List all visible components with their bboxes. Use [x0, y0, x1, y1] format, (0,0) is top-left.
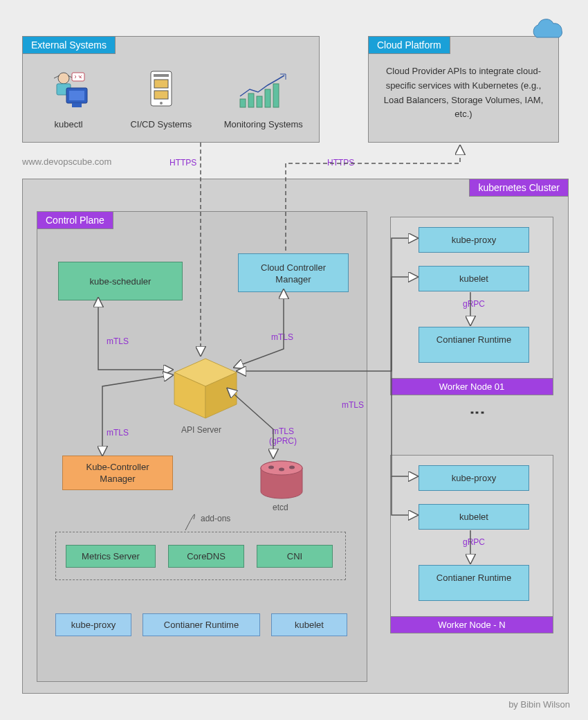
author-credit: by Bibin Wilson — [508, 699, 570, 710]
ccm-box: Cloud Controller Manager — [238, 253, 349, 292]
addons-label: add-ons — [201, 514, 230, 523]
developer-icon — [39, 69, 98, 113]
cp-kubelet: kubelet — [271, 613, 347, 636]
monitoring-icon — [236, 69, 291, 113]
addon-coredns: CoreDNS — [168, 545, 244, 568]
cicd-icon — [144, 69, 178, 113]
cicd-item: CI/CD Systems — [130, 69, 192, 129]
worker-n: kube-proxy kubelet gRPC Contianer Runtim… — [390, 455, 553, 633]
wn-title: Worker Node - N — [390, 616, 553, 633]
https-label-2: HTTPS — [327, 158, 354, 168]
mtls-3: mTLS — [107, 428, 129, 438]
svg-point-23 — [289, 466, 295, 469]
svg-rect-5 — [72, 103, 82, 107]
cloud-desc: Cloud Provider APIs to integrate cloud-s… — [380, 64, 547, 122]
svg-rect-4 — [69, 91, 84, 100]
monitoring-label: Monitoring Systems — [224, 119, 303, 129]
mtls-2: mTLS — [271, 332, 293, 342]
cluster-panel: kubernetes Cluster Control Plane kube-sc… — [22, 179, 569, 694]
w1-kubelet: kubelet — [419, 266, 529, 291]
cloud-platform-panel: Cloud Platform Cloud Provider APIs to in… — [368, 36, 559, 143]
wn-runtime: Contianer Runtime — [419, 565, 529, 601]
api-server-icon — [167, 354, 244, 424]
site-credit: www.devopscube.com — [22, 156, 111, 167]
scheduler-box: kube-scheduler — [58, 262, 183, 300]
w1-title: Worker Node 01 — [390, 378, 553, 395]
etcd-icon — [257, 460, 306, 501]
cicd-label: CI/CD Systems — [130, 119, 192, 129]
w1-runtime: Contianer Runtime — [419, 327, 529, 363]
w1-grpc: gRPC — [463, 299, 485, 309]
wn-kubelet: kubelet — [419, 504, 529, 530]
mtls-4: mTLS — [342, 400, 364, 410]
svg-rect-7 — [154, 74, 169, 77]
external-systems-panel: External Systems kubectl — [22, 36, 320, 143]
control-plane-title: Control Plane — [37, 211, 113, 229]
cluster-title: kubernetes Cluster — [469, 179, 569, 197]
etcd-label: etcd — [273, 503, 288, 512]
svg-point-21 — [268, 466, 274, 469]
cloud-icon — [526, 18, 567, 46]
cp-proxy: kube-proxy — [55, 613, 131, 636]
https-label-1: HTTPS — [169, 158, 196, 168]
svg-rect-11 — [240, 99, 246, 107]
kubectl-label: kubectl — [39, 119, 98, 129]
kubectl-item: kubectl — [39, 69, 98, 129]
cloud-title: Cloud Platform — [368, 36, 450, 54]
api-server-label: API Server — [181, 425, 221, 435]
wn-proxy: kube-proxy — [419, 465, 529, 491]
svg-rect-9 — [154, 91, 168, 99]
addon-metrics: Metrics Server — [66, 545, 156, 568]
worker-1: kube-proxy kubelet gRPC Contianer Runtim… — [390, 217, 553, 395]
cp-runtime: Contianer Runtime — [143, 613, 260, 636]
monitoring-item: Monitoring Systems — [224, 69, 303, 129]
addon-cni: CNI — [257, 545, 333, 568]
svg-point-0 — [58, 73, 69, 84]
external-title: External Systems — [22, 36, 116, 54]
svg-point-10 — [160, 102, 163, 105]
mtls-1: mTLS — [107, 336, 129, 346]
wn-grpc: gRPC — [463, 537, 485, 547]
svg-rect-14 — [265, 89, 270, 107]
svg-rect-13 — [257, 96, 262, 107]
ellipsis-icon: ⋮ — [468, 405, 486, 422]
control-plane-panel: Control Plane kube-scheduler Cloud Contr… — [37, 211, 367, 682]
svg-rect-1 — [72, 73, 84, 81]
svg-rect-8 — [154, 80, 168, 88]
svg-point-22 — [279, 468, 284, 471]
svg-rect-15 — [273, 84, 279, 107]
svg-rect-12 — [248, 93, 254, 107]
kcm-box: Kube-Controller Manager — [62, 456, 173, 490]
w1-proxy: kube-proxy — [419, 227, 529, 253]
addons-box: Metrics Server CoreDNS CNI — [55, 532, 346, 580]
mtls-grpc: mTLS (gPRC) — [266, 426, 300, 446]
